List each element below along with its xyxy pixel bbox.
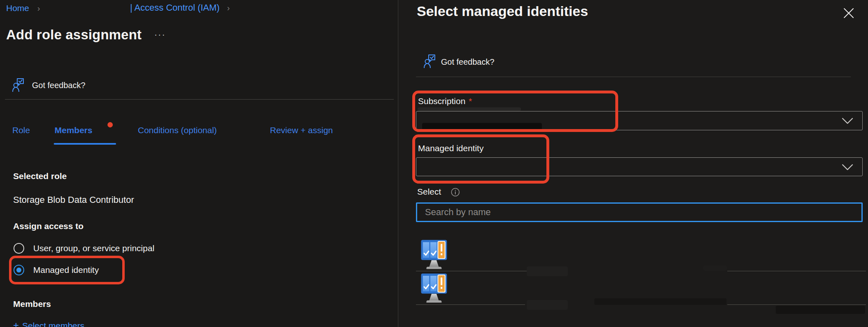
close-icon[interactable] (843, 7, 855, 20)
unsaved-changes-dot (107, 122, 113, 127)
add-role-assignment-pane: Home › | Access Control (IAM) › Add role… (0, 0, 398, 327)
members-label: Members (13, 299, 51, 309)
redacted-text (703, 266, 727, 271)
identity-row[interactable] (421, 273, 447, 304)
chevron-right-icon: › (37, 4, 40, 13)
select-members-link[interactable]: +Select members (13, 320, 85, 327)
select-label: Select (417, 187, 441, 197)
radio-label: User, group, or service principal (33, 243, 154, 253)
plus-icon: + (13, 320, 19, 327)
redacted-text (594, 298, 726, 305)
radio-selected-icon[interactable] (14, 265, 24, 275)
radio-option-user-group[interactable]: User, group, or service principal (14, 243, 154, 254)
managed-identity-label: Managed identity (418, 143, 484, 153)
breadcrumb-iam-link[interactable]: | Access Control (IAM) (130, 2, 219, 13)
redacted-text (418, 107, 521, 111)
tab-role[interactable]: Role (12, 125, 30, 135)
radio-label: Managed identity (33, 265, 99, 275)
feedback-icon (424, 54, 436, 70)
search-box (416, 202, 863, 222)
chevron-down-icon (842, 118, 853, 125)
azure-portal-screen: Home › | Access Control (IAM) › Add role… (0, 0, 868, 327)
redacted-text (527, 266, 568, 276)
row-divider (416, 271, 527, 271)
vm-status-icon (421, 273, 447, 304)
required-asterisk: * (469, 96, 472, 106)
more-options-icon[interactable]: ··· (154, 30, 166, 40)
tab-review-assign[interactable]: Review + assign (270, 125, 333, 135)
select-managed-identities-panel: Select managed identities Got feedback? … (398, 0, 868, 327)
tab-members[interactable]: Members (55, 125, 92, 135)
divider (416, 77, 851, 77)
row-divider (727, 304, 866, 305)
radio-unselected-icon[interactable] (14, 243, 24, 254)
vm-status-icon (421, 240, 447, 271)
got-feedback-link[interactable]: Got feedback? (441, 57, 494, 67)
breadcrumb-section: | Access Control (IAM) › (130, 2, 230, 13)
active-tab-underline (54, 143, 116, 145)
breadcrumb: Home › (6, 3, 40, 13)
row-divider (416, 304, 525, 305)
selected-role-value: Storage Blob Data Contributor (13, 195, 134, 205)
breadcrumb-home-link[interactable]: Home (6, 3, 29, 13)
got-feedback-link[interactable]: Got feedback? (32, 81, 85, 90)
divider (5, 99, 394, 100)
selected-role-label: Selected role (13, 171, 67, 181)
redacted-text (422, 123, 542, 132)
search-input[interactable] (417, 204, 868, 221)
panel-title: Select managed identities (417, 3, 588, 19)
assign-access-label: Assign access to (13, 221, 84, 231)
tab-conditions[interactable]: Conditions (optional) (138, 125, 217, 135)
radio-option-managed-identity[interactable]: Managed identity (14, 265, 99, 275)
chevron-down-icon (842, 164, 853, 171)
feedback-icon (12, 77, 25, 94)
chevron-right-icon: › (227, 3, 230, 12)
row-divider (727, 271, 866, 271)
redacted-text (527, 300, 568, 310)
redacted-text (776, 306, 865, 314)
page-title: Add role assignment (6, 27, 142, 43)
info-icon[interactable] (451, 188, 460, 198)
subscription-label: Subscription* (418, 96, 472, 106)
managed-identity-dropdown[interactable] (416, 157, 863, 176)
identity-row[interactable] (421, 240, 447, 271)
